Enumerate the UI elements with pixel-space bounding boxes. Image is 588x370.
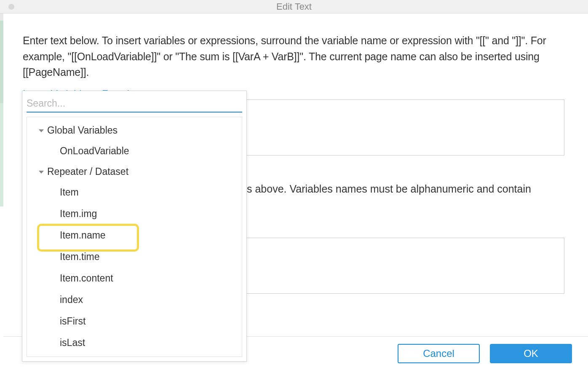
tree-group-label: Global Variables xyxy=(47,125,118,136)
tree-item-index[interactable]: index xyxy=(27,289,242,311)
caret-down-icon xyxy=(39,129,44,132)
tree-item-item-img[interactable]: Item.img xyxy=(27,203,242,225)
instruction-text: Enter text below. To insert variables or… xyxy=(23,33,566,80)
tree-item-islast[interactable]: isLast xyxy=(27,332,242,354)
caret-down-icon xyxy=(39,171,44,174)
tree-group-global-variables[interactable]: Global Variables xyxy=(27,121,242,140)
tree-item-item[interactable]: Item xyxy=(27,182,242,203)
tree-item-item-content[interactable]: Item.content xyxy=(27,268,242,289)
ok-button[interactable]: OK xyxy=(490,344,572,363)
tree-item-item-name[interactable]: Item.name xyxy=(27,225,242,246)
tree-item-isfirst[interactable]: isFirst xyxy=(27,311,242,332)
tree-group-label: Repeater / Dataset xyxy=(47,166,128,177)
variable-tree: Global Variables OnLoadVariable Repeater… xyxy=(27,117,242,357)
tree-item-onloadvariable[interactable]: OnLoadVariable xyxy=(27,140,242,162)
tree-group-repeater-dataset[interactable]: Repeater / Dataset xyxy=(27,162,242,182)
window-control-dot[interactable] xyxy=(8,4,14,10)
tree-item-item-time[interactable]: Item.time xyxy=(27,246,242,268)
window-title: Edit Text xyxy=(276,1,312,12)
search-input[interactable] xyxy=(27,95,242,113)
dialog-content: Enter text below. To insert variables or… xyxy=(0,13,588,100)
title-bar: Edit Text xyxy=(0,0,588,13)
cancel-button[interactable]: Cancel xyxy=(398,344,480,363)
variable-dropdown-panel: Global Variables OnLoadVariable Repeater… xyxy=(22,91,247,362)
local-variables-text: s above. Variables names must be alphanu… xyxy=(247,181,564,197)
